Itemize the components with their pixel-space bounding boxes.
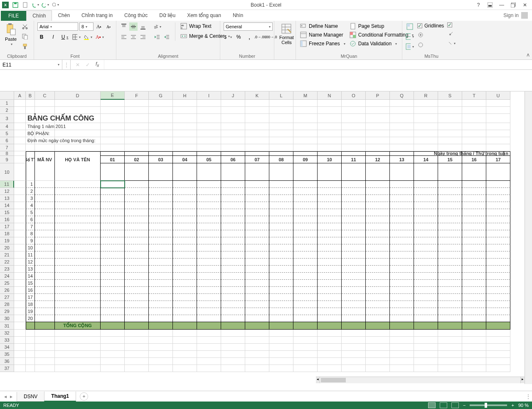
- cell[interactable]: [462, 308, 486, 315]
- cell[interactable]: [35, 107, 55, 114]
- cell[interactable]: [318, 351, 342, 358]
- name-manager-button[interactable]: Name Manager: [299, 31, 346, 39]
- cell[interactable]: [245, 123, 269, 130]
- cell[interactable]: [245, 365, 269, 372]
- add-sheet-button[interactable]: +: [80, 392, 88, 401]
- cell[interactable]: [438, 130, 462, 137]
- cell[interactable]: [221, 100, 245, 107]
- align-right-button[interactable]: [139, 33, 147, 41]
- cell[interactable]: [149, 266, 173, 273]
- row-header[interactable]: 27: [0, 294, 14, 301]
- cell[interactable]: [390, 223, 414, 230]
- increase-decimal-button[interactable]: .0→.00: [256, 33, 264, 41]
- cell[interactable]: [125, 216, 149, 223]
- zoom-out-button[interactable]: −: [463, 403, 466, 408]
- cell[interactable]: [318, 137, 342, 144]
- cell[interactable]: [462, 114, 486, 123]
- column-header[interactable]: I: [197, 91, 221, 100]
- cell[interactable]: [414, 209, 438, 216]
- cell[interactable]: [14, 202, 26, 209]
- cell[interactable]: [438, 344, 462, 351]
- cell[interactable]: [101, 287, 125, 294]
- cell[interactable]: [125, 100, 149, 107]
- cell[interactable]: 3: [26, 195, 35, 202]
- cell[interactable]: [269, 259, 293, 266]
- cell[interactable]: [366, 280, 390, 287]
- cell[interactable]: [173, 358, 197, 365]
- cell[interactable]: [486, 144, 510, 151]
- cell[interactable]: [390, 114, 414, 123]
- msthu-opt-a[interactable]: [447, 29, 456, 37]
- cell[interactable]: [462, 188, 486, 195]
- cell[interactable]: [414, 273, 438, 280]
- cell[interactable]: [55, 251, 101, 259]
- msthu-opt-b[interactable]: ▾: [447, 39, 456, 47]
- cell[interactable]: [486, 266, 510, 273]
- cell[interactable]: [125, 344, 149, 351]
- cell[interactable]: [486, 251, 510, 259]
- qat-redo-icon[interactable]: ▾: [42, 1, 49, 9]
- percent-button[interactable]: %: [234, 33, 243, 41]
- cell[interactable]: [55, 163, 101, 181]
- select-all-corner[interactable]: [0, 91, 14, 100]
- cell[interactable]: Tháng 1 năm 2011: [26, 123, 35, 130]
- cell[interactable]: [414, 322, 438, 330]
- cell[interactable]: [149, 130, 173, 137]
- cell[interactable]: [269, 351, 293, 358]
- cell[interactable]: [197, 202, 221, 209]
- cell[interactable]: [462, 358, 486, 365]
- cell[interactable]: [462, 294, 486, 301]
- cell[interactable]: [101, 280, 125, 287]
- cell[interactable]: [55, 287, 101, 294]
- cell[interactable]: [55, 280, 101, 287]
- cell[interactable]: [149, 280, 173, 287]
- cell[interactable]: [438, 315, 462, 322]
- cell[interactable]: [269, 107, 293, 114]
- cell[interactable]: [221, 144, 245, 151]
- align-left-button[interactable]: [120, 33, 128, 41]
- cell[interactable]: [101, 230, 125, 237]
- column-header[interactable]: K: [245, 91, 269, 100]
- cell[interactable]: [318, 358, 342, 365]
- cell[interactable]: [101, 259, 125, 266]
- cell[interactable]: [173, 259, 197, 266]
- row-header[interactable]: 8: [0, 151, 14, 156]
- cell[interactable]: [438, 202, 462, 209]
- cell[interactable]: [366, 251, 390, 259]
- cell[interactable]: [221, 123, 245, 130]
- cell[interactable]: [366, 237, 390, 244]
- cell[interactable]: [14, 137, 26, 144]
- cell[interactable]: [245, 137, 269, 144]
- cell[interactable]: [366, 195, 390, 202]
- cell[interactable]: [55, 181, 101, 188]
- cell[interactable]: [35, 351, 55, 358]
- cell[interactable]: [269, 237, 293, 244]
- horizontal-scrollbar[interactable]: ◂ ▸: [316, 377, 525, 383]
- sheet-tab[interactable]: DSNV: [17, 392, 44, 402]
- cell[interactable]: [55, 223, 101, 230]
- cell[interactable]: [318, 188, 342, 195]
- cell[interactable]: [149, 188, 173, 195]
- cell[interactable]: [55, 337, 101, 344]
- ribbon-tab[interactable]: Công thức: [118, 10, 153, 21]
- cell[interactable]: [438, 123, 462, 130]
- cell[interactable]: [35, 244, 55, 251]
- cell[interactable]: [318, 181, 342, 188]
- cell[interactable]: [173, 100, 197, 107]
- cell[interactable]: [101, 195, 125, 202]
- cell[interactable]: [318, 301, 342, 308]
- cell[interactable]: [55, 344, 101, 351]
- cell[interactable]: [293, 230, 318, 237]
- cell[interactable]: [197, 151, 221, 156]
- cell[interactable]: [245, 351, 269, 358]
- cell[interactable]: [55, 330, 101, 337]
- cell[interactable]: [438, 114, 462, 123]
- cell[interactable]: [245, 209, 269, 216]
- cell[interactable]: 16: [26, 287, 35, 294]
- ribbon-tab[interactable]: Dữ liệu: [153, 10, 181, 21]
- cell[interactable]: [342, 337, 366, 344]
- column-header[interactable]: P: [366, 91, 390, 100]
- cell[interactable]: [486, 273, 510, 280]
- row-header[interactable]: 25: [0, 280, 14, 287]
- cell[interactable]: [197, 308, 221, 315]
